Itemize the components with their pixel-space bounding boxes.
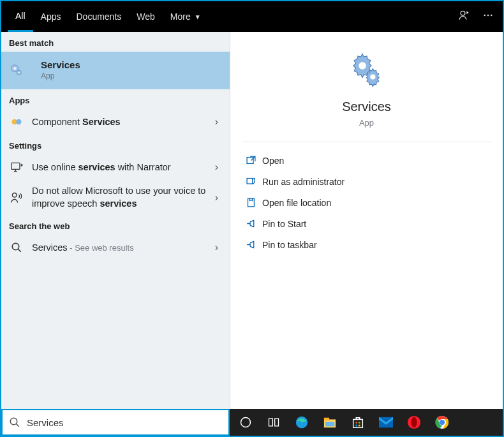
cortana-icon[interactable] bbox=[237, 414, 254, 431]
preview-subtitle: App bbox=[230, 118, 503, 128]
narrator-icon bbox=[9, 159, 24, 175]
edge-icon[interactable] bbox=[293, 414, 310, 431]
result-web-services[interactable]: Services - See web results › bbox=[1, 235, 230, 260]
result-label: Do not allow Microsoft to use your voice… bbox=[32, 185, 211, 210]
result-component-services[interactable]: Component Services › bbox=[1, 109, 230, 135]
action-run-admin[interactable]: Run as administrator bbox=[242, 171, 491, 192]
svg-point-1 bbox=[484, 15, 485, 17]
voice-icon bbox=[9, 190, 24, 205]
svg-rect-25 bbox=[325, 422, 335, 426]
action-label: Open bbox=[262, 156, 284, 166]
svg-point-3 bbox=[491, 15, 493, 17]
result-title: Services bbox=[41, 59, 80, 70]
section-settings: Settings bbox=[1, 135, 230, 154]
tab-all[interactable]: All bbox=[8, 1, 33, 32]
svg-rect-28 bbox=[359, 422, 360, 424]
chrome-icon[interactable] bbox=[434, 414, 450, 431]
services-icon bbox=[9, 63, 24, 78]
svg-point-12 bbox=[12, 243, 19, 250]
result-voice-services[interactable]: Do not allow Microsoft to use your voice… bbox=[1, 180, 230, 215]
action-label: Pin to taskbar bbox=[262, 240, 317, 250]
svg-point-5 bbox=[13, 67, 16, 70]
result-label: Component Services bbox=[32, 117, 211, 127]
svg-point-14 bbox=[370, 74, 375, 79]
action-label: Pin to Start bbox=[262, 219, 306, 229]
tab-apps[interactable]: Apps bbox=[33, 1, 69, 32]
folder-icon bbox=[246, 197, 262, 208]
start-search-window: All Apps Documents Web More▼ Best match … bbox=[0, 0, 504, 437]
svg-rect-20 bbox=[269, 418, 273, 426]
chevron-right-icon[interactable]: › bbox=[211, 242, 222, 253]
results-panel: Best match Services App Apps Component S… bbox=[1, 32, 230, 409]
result-narrator-services[interactable]: Use online services with Narrator › bbox=[1, 154, 230, 180]
result-label: Services - See web results bbox=[32, 242, 211, 253]
svg-rect-26 bbox=[353, 419, 363, 427]
svg-point-13 bbox=[359, 62, 366, 70]
svg-rect-16 bbox=[247, 179, 253, 184]
svg-point-7 bbox=[19, 71, 20, 73]
action-pin-start[interactable]: Pin to Start bbox=[242, 213, 491, 234]
pin-icon bbox=[246, 218, 262, 229]
svg-point-18 bbox=[10, 418, 17, 425]
taskbar bbox=[230, 409, 503, 436]
search-box[interactable] bbox=[1, 409, 230, 436]
svg-rect-24 bbox=[324, 418, 329, 421]
svg-rect-29 bbox=[355, 425, 357, 427]
tabs-bar: All Apps Documents Web More▼ bbox=[1, 1, 503, 32]
chevron-right-icon[interactable]: › bbox=[211, 192, 222, 204]
svg-rect-27 bbox=[355, 422, 357, 424]
svg-rect-21 bbox=[275, 418, 279, 426]
file-explorer-icon[interactable] bbox=[322, 414, 338, 431]
opera-icon[interactable] bbox=[406, 414, 422, 431]
svg-point-9 bbox=[16, 119, 21, 124]
pin-icon bbox=[246, 239, 262, 250]
chevron-right-icon[interactable]: › bbox=[211, 116, 222, 128]
search-icon bbox=[9, 240, 24, 255]
content-area: Best match Services App Apps Component S… bbox=[1, 32, 503, 409]
open-icon bbox=[246, 155, 262, 166]
svg-rect-10 bbox=[11, 163, 20, 169]
tab-more[interactable]: More▼ bbox=[163, 1, 209, 32]
svg-rect-30 bbox=[359, 425, 360, 427]
svg-rect-15 bbox=[247, 158, 253, 164]
shield-icon bbox=[246, 176, 262, 187]
preview-title: Services bbox=[230, 100, 503, 114]
section-best-match: Best match bbox=[1, 32, 230, 52]
component-services-icon bbox=[9, 114, 24, 130]
svg-point-0 bbox=[461, 11, 465, 15]
result-services-app[interactable]: Services App bbox=[1, 52, 230, 89]
action-file-location[interactable]: Open file location bbox=[242, 192, 491, 213]
preview-panel: Services App Open Run as administrator O… bbox=[230, 32, 503, 409]
mail-icon[interactable] bbox=[378, 414, 394, 431]
actions-list: Open Run as administrator Open file loca… bbox=[230, 142, 503, 255]
svg-point-19 bbox=[241, 418, 251, 427]
svg-point-33 bbox=[411, 417, 417, 428]
section-apps: Apps bbox=[1, 89, 230, 109]
bottom-bar bbox=[1, 409, 503, 436]
action-label: Run as administrator bbox=[262, 177, 345, 187]
search-icon bbox=[9, 417, 20, 428]
action-label: Open file location bbox=[262, 198, 331, 208]
result-label: Use online services with Narrator bbox=[32, 162, 211, 172]
tab-web[interactable]: Web bbox=[129, 1, 163, 32]
more-options-icon[interactable] bbox=[482, 10, 494, 24]
services-large-icon bbox=[230, 52, 503, 91]
search-input[interactable] bbox=[27, 417, 222, 428]
task-view-icon[interactable] bbox=[265, 414, 282, 431]
svg-point-22 bbox=[296, 417, 308, 428]
chevron-right-icon[interactable]: › bbox=[211, 161, 222, 173]
feedback-icon[interactable] bbox=[458, 9, 471, 24]
store-icon[interactable] bbox=[350, 414, 366, 431]
svg-point-2 bbox=[487, 15, 489, 17]
result-subtitle: App bbox=[41, 71, 80, 80]
chevron-down-icon: ▼ bbox=[195, 13, 201, 20]
tab-documents[interactable]: Documents bbox=[68, 1, 129, 32]
action-open[interactable]: Open bbox=[242, 150, 491, 171]
section-search-web: Search the web bbox=[1, 215, 230, 235]
svg-point-11 bbox=[12, 193, 17, 197]
action-pin-taskbar[interactable]: Pin to taskbar bbox=[242, 234, 491, 255]
